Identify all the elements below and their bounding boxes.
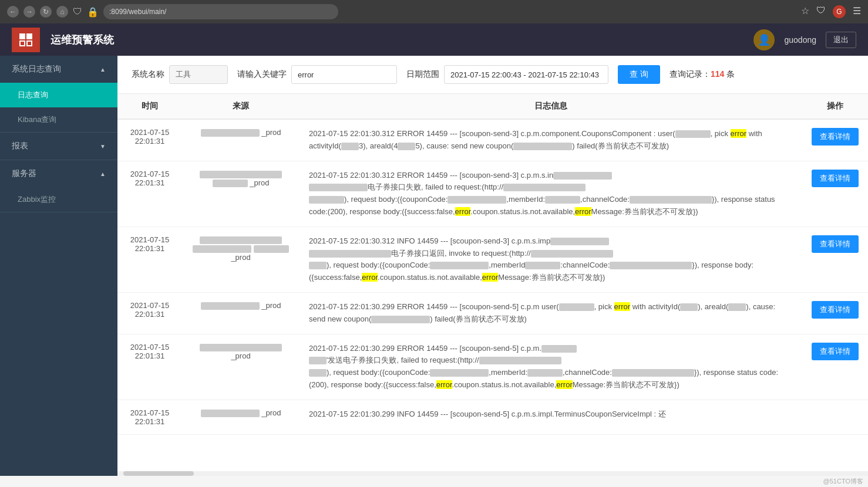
date-range-input[interactable] bbox=[444, 65, 608, 84]
cell-action-1: 查看详情 bbox=[802, 119, 868, 161]
redacted-source-3c bbox=[254, 245, 289, 253]
profile-icon[interactable]: G bbox=[833, 5, 846, 18]
highlight-error-2a: error bbox=[455, 207, 471, 216]
keyword-input[interactable] bbox=[291, 65, 397, 84]
cell-action-4: 查看详情 bbox=[802, 292, 868, 334]
redacted-1c bbox=[398, 143, 415, 150]
detail-button-4[interactable]: 查看详情 bbox=[812, 301, 859, 319]
redacted-2a bbox=[553, 172, 612, 180]
cell-action-3: 查看详情 bbox=[802, 226, 868, 292]
table-row: 2021-07-1522:01:31 _prod 2021-07-15 22:0… bbox=[117, 119, 868, 161]
detail-button-2[interactable]: 查看详情 bbox=[812, 170, 859, 187]
redacted-1b bbox=[341, 143, 359, 150]
sidebar-item-report[interactable]: 报表 ▼ bbox=[0, 133, 117, 160]
sidebar: 系统日志查询 ▲ 日志查询 Kibana查询 报表 ▼ 服务器 ▲ Zabbi bbox=[0, 56, 117, 476]
redacted-source-1a bbox=[201, 129, 260, 137]
source-prod-5: _prod bbox=[231, 351, 250, 360]
content-area: 系统日志查询 ▲ 日志查询 Kibana查询 报表 ▼ 服务器 ▲ Zabbi bbox=[0, 56, 868, 476]
sidebar-item-kibana[interactable]: Kibana查询 bbox=[0, 107, 117, 132]
redacted-2g bbox=[630, 196, 712, 204]
detail-button-1[interactable]: 查看详情 bbox=[812, 128, 859, 146]
sys-name-field: 系统名称 bbox=[132, 65, 228, 84]
highlight-error-3b: error bbox=[482, 273, 498, 282]
redacted-5d bbox=[309, 369, 327, 377]
redacted-3g bbox=[610, 262, 692, 269]
redacted-5a bbox=[541, 345, 577, 353]
lock-icon: 🔒 bbox=[87, 6, 99, 18]
url-bar[interactable] bbox=[103, 4, 338, 19]
col-log: 日志信息 bbox=[300, 94, 802, 119]
cell-source-3: _prod bbox=[182, 226, 300, 292]
detail-button-3[interactable]: 查看详情 bbox=[812, 235, 859, 253]
cell-time-4: 2021-07-1522:01:31 bbox=[117, 292, 182, 334]
table-row: 2021-07-1522:01:31 _prod 2021-07-15 22:0… bbox=[117, 334, 868, 400]
sidebar-item-logquery[interactable]: 日志查询 bbox=[0, 83, 117, 107]
redacted-2d bbox=[309, 196, 344, 204]
browser-chrome: ← → ↻ ⌂ 🛡 🔒 ☆ 🛡 G ☰ bbox=[0, 0, 868, 23]
redacted-source-6a bbox=[201, 410, 260, 417]
logo-area: 运维预警系统 bbox=[12, 28, 114, 52]
source-prod-2: _prod bbox=[250, 178, 269, 187]
menu-icon[interactable]: ☰ bbox=[853, 5, 861, 18]
cell-source-4: _prod bbox=[182, 292, 300, 334]
cell-log-5: 2021-07-15 22:01:30.299 ERROR 14459 --- … bbox=[300, 334, 802, 400]
log-table-container[interactable]: 时间 来源 日志信息 操作 2021-07-1522:01:31 _ bbox=[117, 94, 868, 471]
highlight-error-3a: error bbox=[362, 273, 378, 282]
redacted-2c bbox=[503, 184, 586, 191]
cell-time-2: 2021-07-1522:01:31 bbox=[117, 161, 182, 226]
app-title: 运维预警系统 bbox=[51, 33, 114, 47]
redacted-1d bbox=[513, 143, 572, 150]
top-header: 运维预警系统 👤 guodong 退出 bbox=[0, 23, 868, 56]
table-row: 2021-07-1522:01:31 _prod 2021-07-15 22:0… bbox=[117, 161, 868, 226]
detail-button-5[interactable]: 查看详情 bbox=[812, 343, 859, 360]
sys-name-label: 系统名称 bbox=[132, 69, 164, 80]
table-row: 2021-07-1522:01:31 _prod 2021-07-15 22:0… bbox=[117, 226, 868, 292]
cell-action-6 bbox=[802, 400, 868, 434]
cell-source-1: _prod bbox=[182, 119, 300, 161]
keyword-field: 请输入关键字 bbox=[237, 65, 397, 84]
sidebar-item-zabbix[interactable]: Zabbix监控 bbox=[0, 187, 117, 212]
sys-name-input[interactable] bbox=[169, 65, 228, 84]
reload-button[interactable]: ↻ bbox=[40, 6, 52, 18]
logout-button[interactable]: 退出 bbox=[826, 32, 856, 48]
home-button[interactable]: ⌂ bbox=[56, 6, 68, 18]
back-button[interactable]: ← bbox=[7, 6, 19, 18]
cell-log-2: 2021-07-15 22:01:30.312 ERROR 14459 --- … bbox=[300, 161, 802, 226]
main-panel: 系统名称 请输入关键字 日期范围 查 询 查询记录：114 条 bbox=[117, 56, 868, 476]
forward-button[interactable]: → bbox=[23, 6, 35, 18]
table-header-row: 时间 来源 日志信息 操作 bbox=[117, 94, 868, 119]
redacted-source-5a bbox=[200, 344, 282, 351]
redacted-3f bbox=[525, 262, 560, 269]
col-time: 时间 bbox=[117, 94, 182, 119]
table-row: 2021-07-1522:01:31 _prod 2021-07-15 22:0… bbox=[117, 292, 868, 334]
cell-action-5: 查看详情 bbox=[802, 334, 868, 400]
highlight-error-4: error bbox=[614, 302, 630, 311]
username: guodong bbox=[784, 35, 816, 45]
sidebar-label-report: 报表 bbox=[12, 141, 28, 151]
record-count: 查询记录：114 条 bbox=[669, 69, 735, 80]
cell-action-2: 查看详情 bbox=[802, 161, 868, 226]
security-icon[interactable]: 🛡 bbox=[816, 5, 826, 18]
redacted-source-4a bbox=[201, 302, 260, 310]
cell-time-1: 2021-07-1522:01:31 bbox=[117, 119, 182, 161]
highlight-error-2b: error bbox=[575, 207, 591, 216]
cell-log-1: 2021-07-15 22:01:30.312 ERROR 14459 --- … bbox=[300, 119, 802, 161]
date-label: 日期范围 bbox=[406, 69, 439, 80]
count-number: 114 bbox=[711, 69, 724, 79]
cell-source-2: _prod bbox=[182, 161, 300, 226]
col-action: 操作 bbox=[802, 94, 868, 119]
redacted-1a bbox=[675, 130, 711, 138]
scrollbar-thumb[interactable] bbox=[123, 471, 194, 476]
redacted-4a bbox=[559, 303, 594, 311]
shield-icon: 🛡 bbox=[73, 6, 82, 17]
bookmark-icon[interactable]: ☆ bbox=[801, 5, 809, 18]
redacted-3e bbox=[430, 262, 489, 269]
horizontal-scrollbar[interactable] bbox=[117, 471, 868, 476]
sidebar-item-server[interactable]: 服务器 ▲ bbox=[0, 160, 117, 187]
search-bar: 系统名称 请输入关键字 日期范围 查 询 查询记录：114 条 bbox=[117, 56, 868, 94]
source-prod-4: _prod bbox=[261, 301, 281, 310]
sidebar-item-syslog[interactable]: 系统日志查询 ▲ bbox=[0, 56, 117, 83]
search-button[interactable]: 查 询 bbox=[618, 65, 660, 84]
highlight-error-1: error bbox=[731, 129, 746, 138]
sidebar-label-syslog: 系统日志查询 bbox=[12, 64, 61, 75]
